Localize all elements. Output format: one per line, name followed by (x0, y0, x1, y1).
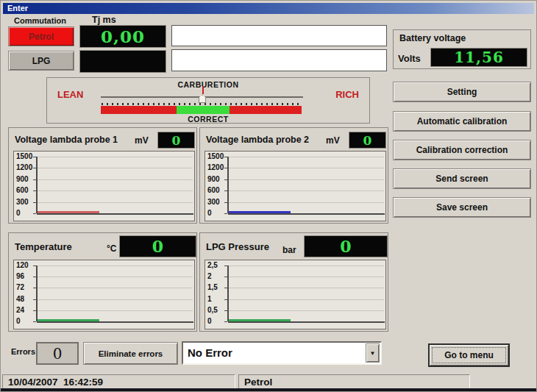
gauge-band-lean-red (101, 106, 177, 114)
y-axis-tick-label: 600 (16, 186, 29, 194)
setting-button[interactable]: Setting (393, 82, 531, 102)
x-axis-line (37, 321, 193, 323)
eliminate-errors-button[interactable]: Eliminate errors (83, 342, 178, 365)
gridline (228, 179, 384, 180)
calibration-correction-button[interactable]: Calibration correction (393, 140, 531, 160)
y-axis-tick-mark (33, 213, 36, 214)
gridline (37, 288, 193, 288)
y-axis-tick-label: 900 (207, 175, 220, 183)
gridline (228, 266, 384, 266)
lpg-pressure-unit: bar (282, 245, 296, 255)
lambda-probe-1-panel: Voltage lambda probe 1 mV 0 150012009006… (8, 127, 197, 224)
errors-label: Errors (11, 347, 35, 356)
y-axis-tick-label: 1200 (207, 163, 224, 171)
error-dropdown[interactable]: No Error ▼ (182, 341, 382, 365)
gridline (37, 190, 193, 191)
x-axis-line (228, 213, 385, 215)
lambda-probe-2-panel: Voltage lambda probe 2 mV 0 150012009006… (199, 127, 388, 224)
gridline (37, 266, 193, 266)
chart-data-line (228, 319, 291, 321)
x-axis-line (228, 321, 385, 323)
y-axis-tick-label: 72 (16, 283, 24, 291)
tj-ms-lpg-display (79, 50, 166, 73)
y-axis-tick-label: 0 (207, 317, 212, 325)
gridline (228, 157, 384, 157)
errors-count-box: 0 (36, 342, 79, 365)
save-screen-button[interactable]: Save screen (393, 197, 531, 218)
y-axis-tick-mark (224, 321, 227, 322)
y-axis-tick-label: 600 (207, 186, 220, 194)
y-axis-tick-label: 0 (207, 209, 212, 217)
temperature-panel: Temperature °C 0 120967248240 (8, 232, 197, 332)
lambda-probe-2-chart: 150012009006003000 (205, 151, 386, 221)
y-axis-tick-label: 1,5 (207, 283, 218, 291)
gridline (228, 202, 384, 203)
y-axis-line (36, 266, 38, 321)
chevron-down-icon: ▼ (370, 350, 376, 357)
y-axis-tick-label: 0 (16, 209, 21, 217)
y-axis-tick-label: 96 (16, 272, 24, 280)
window-title: Enter (7, 4, 28, 13)
chart-data-line (37, 319, 99, 321)
lpg-pressure-panel: LPG Pressure bar 0 2,521,510,50 (199, 232, 388, 332)
y-axis-tick-label: 1200 (16, 163, 32, 171)
y-axis-line (227, 157, 229, 213)
statusbar-datetime: 10/04/2007 16:42:59 (2, 374, 235, 390)
chart-data-line (228, 211, 291, 213)
gauge-band-correct-green (177, 106, 230, 114)
y-axis-tick-label: 1 (207, 295, 212, 303)
gauge-tick-marks (102, 103, 302, 105)
y-axis-tick-mark (33, 321, 36, 322)
gauge-band-rich-red (230, 106, 302, 114)
gridline (37, 157, 193, 157)
gridline (228, 288, 384, 288)
lpg-pressure-title: LPG Pressure (206, 241, 269, 252)
carburetion-title: CARBURETION (47, 80, 369, 89)
gridline (37, 168, 193, 168)
carburetion-gauge-panel: CARBURETION LEAN RICH CORRECT (46, 77, 370, 124)
battery-voltage-value: 11,56 (454, 49, 504, 66)
go-to-menu-button[interactable]: Go to menu (428, 343, 510, 367)
chart-data-line (37, 211, 99, 213)
dropdown-arrow-button[interactable]: ▼ (366, 343, 380, 363)
lambda-probe-2-display: 0 (349, 132, 386, 149)
title-bar: Enter (3, 3, 534, 14)
y-axis-tick-mark (224, 213, 227, 214)
commutation-label: Commutation (14, 16, 66, 25)
temperature-chart: 120967248240 (13, 260, 195, 329)
lpg-pressure-display: 0 (304, 235, 388, 257)
temperature-value: 0 (152, 237, 163, 256)
x-axis-line (37, 213, 193, 215)
gridline (37, 277, 193, 277)
battery-voltage-panel: Battery voltage Volts 11,56 (393, 29, 531, 69)
text-field-1[interactable] (171, 25, 387, 46)
send-screen-button[interactable]: Send screen (393, 168, 531, 189)
y-axis-tick-label: 0 (16, 317, 21, 325)
lambda-probe-1-chart: 150012009006003000 (13, 151, 195, 221)
error-dropdown-value: No Error (188, 346, 232, 359)
tj-ms-petrol-display: 0,00 (79, 25, 166, 48)
y-axis-tick-label: 120 (16, 261, 29, 269)
y-axis-tick-label: 300 (207, 198, 220, 206)
lambda-probe-1-title: Voltage lambda probe 1 (15, 135, 118, 145)
lambda-probe-1-unit: mV (135, 135, 149, 146)
gridline (37, 179, 193, 180)
y-axis-tick-label: 1500 (207, 152, 224, 160)
petrol-button[interactable]: Petrol (8, 26, 74, 46)
y-axis-tick-label: 0,5 (207, 306, 218, 314)
y-axis-line (36, 157, 38, 213)
battery-voltage-display: 11,56 (430, 48, 527, 67)
y-axis-tick-label: 300 (16, 198, 29, 206)
app-window: Enter Commutation Tj ms Petrol LPG 0,00 … (0, 0, 537, 392)
gridline (228, 168, 384, 168)
text-field-2[interactable] (171, 49, 387, 71)
y-axis-tick-label: 900 (16, 175, 29, 183)
lpg-button[interactable]: LPG (8, 51, 74, 71)
automatic-calibration-button[interactable]: Automatic calibration (393, 111, 531, 132)
battery-voltage-title: Battery voltage (399, 33, 466, 43)
statusbar-fuel-mode: Petrol (238, 374, 470, 390)
gridline (228, 299, 384, 300)
gridline (37, 310, 193, 311)
lean-label: LEAN (57, 89, 83, 100)
errors-count-value: 0 (53, 345, 63, 363)
